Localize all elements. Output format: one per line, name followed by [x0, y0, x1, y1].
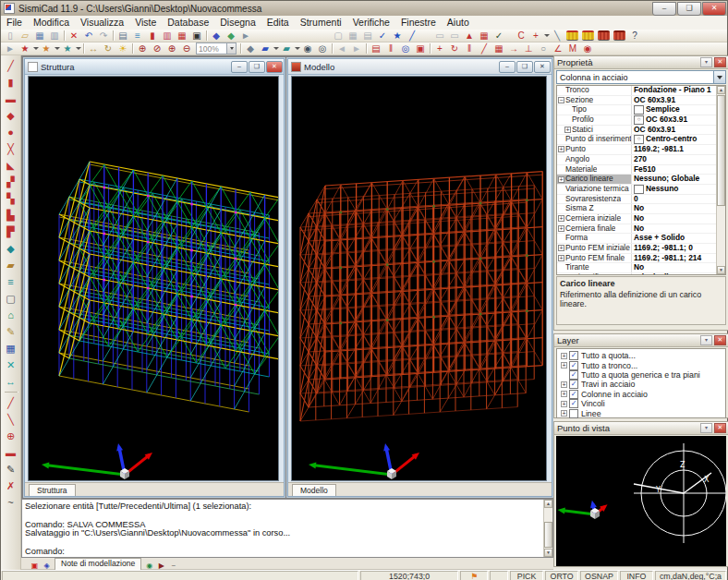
layer-checkbox[interactable]: ✓	[569, 390, 578, 399]
load-red2-icon[interactable]	[613, 30, 625, 41]
wall-tool-icon[interactable]: ▬	[3, 91, 19, 107]
frame2-grey-icon[interactable]: ▭	[447, 30, 462, 42]
bridge-icon[interactable]: M	[565, 42, 580, 54]
property-row[interactable]: TipoSemplice	[557, 105, 717, 115]
help-arrow-icon[interactable]: ?	[627, 30, 642, 42]
export-green-icon[interactable]: ◆	[224, 30, 238, 42]
layer-item[interactable]: +✓Tutto a quota...	[557, 351, 725, 360]
redo-icon[interactable]: ↷	[96, 30, 111, 42]
object-type-combo[interactable]: Colonna in acciaio	[556, 70, 726, 84]
foundation-tool-icon[interactable]: ▙	[3, 207, 19, 224]
zoom-out-icon[interactable]: ⊖	[179, 42, 194, 54]
select-window-tool-icon[interactable]: ▢	[3, 290, 19, 307]
load-dist2-icon[interactable]	[582, 30, 594, 41]
close-panel-icon[interactable]: ✕	[714, 57, 726, 67]
layer-checkbox[interactable]: ✓	[569, 361, 578, 370]
workplane-blue-icon[interactable]: ▰	[258, 42, 273, 54]
modello-title-bar[interactable]: Modello – ❑ ✕	[288, 59, 552, 75]
erase-tool-icon[interactable]: ✗	[3, 477, 19, 494]
menu-disegna[interactable]: Disegna	[214, 16, 261, 30]
open-icon[interactable]: ▱	[18, 30, 32, 42]
viewpoint-panel-header[interactable]: Punto di vista ▾ ✕	[554, 422, 728, 435]
annotate-tool-icon[interactable]: ✎	[3, 461, 19, 477]
layer-checkbox[interactable]	[569, 409, 578, 418]
menu-visualizza[interactable]: Visualizza	[75, 16, 129, 30]
align-icon[interactable]: ⊥	[521, 42, 536, 54]
text-block-icon[interactable]: ▣	[189, 30, 204, 42]
freehand-tool-icon[interactable]: ~	[3, 494, 19, 511]
status-toggle-info[interactable]: INFO	[620, 571, 653, 580]
sketch-tool-icon[interactable]: ✎	[3, 323, 19, 340]
levels-icon[interactable]: ≡	[130, 30, 145, 42]
close-panel-icon[interactable]: ✕	[714, 335, 726, 345]
menu-strumenti[interactable]: Strumenti	[295, 16, 347, 30]
delete-icon[interactable]: ✕	[67, 30, 81, 42]
layer-item[interactable]: +Linee	[557, 408, 725, 417]
undo-icon[interactable]: ↶	[81, 30, 96, 42]
modello-3d-viewport[interactable]	[291, 76, 547, 481]
detail-find-icon[interactable]: ◎	[398, 42, 413, 54]
array-icon[interactable]: ▦	[491, 42, 506, 54]
view-window-2-icon[interactable]: ▦	[346, 30, 360, 42]
measure-tool-icon[interactable]: ↔	[3, 373, 19, 390]
layer-checkbox[interactable]: ✓	[569, 380, 578, 389]
layer-item[interactable]: +✓Vincoli	[557, 399, 725, 408]
new-icon[interactable]: ▯	[3, 30, 18, 42]
tools-red-icon[interactable]: ▲	[462, 30, 477, 42]
menu-database[interactable]: Database	[162, 16, 214, 30]
check-dark-icon[interactable]: ✓	[491, 30, 506, 42]
shell-tool-icon[interactable]: ▚	[3, 190, 19, 207]
zoom-level-combo[interactable]: 100%	[196, 42, 237, 54]
polyline-tool-icon[interactable]: ╲	[3, 411, 19, 428]
stairs-tool-icon[interactable]: ≡	[3, 273, 19, 290]
layer-item[interactable]: +✓Travi in acciaio	[557, 380, 725, 389]
zoom-extents-icon[interactable]: ⊘	[150, 42, 164, 54]
orbit-icon[interactable]: ↻	[101, 42, 115, 54]
modello-close-button[interactable]: ✕	[534, 61, 551, 73]
modello-tab[interactable]: Modello	[292, 484, 336, 496]
frame-grey-icon[interactable]: ▭	[432, 30, 447, 42]
save-view-tool-icon[interactable]: ▬	[3, 444, 19, 461]
property-row[interactable]: +Cerniera inizialeNo	[557, 214, 717, 224]
expand-icon[interactable]: +	[561, 410, 567, 417]
menu-file[interactable]: File	[1, 16, 28, 30]
wood-tool-icon[interactable]: ▰	[3, 257, 19, 273]
notes-tab[interactable]: Note di modellazione	[55, 558, 141, 570]
crane-red-icon[interactable]: ▦	[477, 30, 491, 42]
move-icon[interactable]: +	[528, 30, 543, 42]
rotate-icon[interactable]: ↻	[447, 42, 462, 54]
section-red-icon[interactable]: ‖	[383, 42, 398, 54]
scale-icon[interactable]: ╱	[477, 42, 491, 54]
struttura-title-bar[interactable]: Struttura – ❑ ✕	[25, 59, 284, 75]
truss-tool-icon[interactable]: ◣	[3, 157, 19, 174]
scroll-up-icon[interactable]: ▲	[544, 500, 552, 508]
title-bar[interactable]: SismiCad 11.9 - C:\Users\Gianni\Desktop\…	[1, 1, 727, 17]
favorite-orange-icon[interactable]: ★	[39, 42, 54, 54]
cut-tool-icon[interactable]: ✕	[3, 356, 19, 373]
close-panel-icon[interactable]: ✕	[714, 423, 726, 433]
star-blue-icon[interactable]: ★	[390, 30, 405, 42]
joint-tool-icon[interactable]: ◆	[3, 240, 19, 257]
view-window-1-icon[interactable]: ▢	[331, 30, 346, 42]
layer-item[interactable]: ✓Tutto a quota generica e tra piani	[557, 370, 725, 380]
load-red-icon[interactable]	[598, 30, 610, 41]
workplane-teal-icon[interactable]: ▰	[279, 42, 294, 54]
status-toggle-osnap[interactable]: OSNAP	[580, 571, 618, 580]
close-button[interactable]: ✕	[702, 2, 726, 16]
property-row[interactable]: +Punto1169.2; -981.1	[557, 145, 717, 155]
offset-icon[interactable]: →	[506, 42, 521, 54]
mesh-tool-icon[interactable]: ▦	[3, 340, 19, 356]
property-row[interactable]: TiranteNo	[557, 263, 717, 273]
property-row[interactable]: Sovraresistenza0	[557, 195, 717, 205]
property-row[interactable]: Angolo270	[557, 155, 717, 165]
database-icon[interactable]: ▤	[115, 30, 130, 42]
expand-icon[interactable]: +	[561, 362, 567, 369]
save-icon[interactable]: ▦	[32, 30, 47, 42]
view-window-3-icon[interactable]: ▤	[360, 30, 375, 42]
modello-minimize-button[interactable]: –	[499, 61, 516, 73]
menu-finestre[interactable]: Finestre	[395, 16, 442, 30]
save-all-icon[interactable]: ▥	[47, 30, 62, 42]
shade-icon[interactable]: ◆	[243, 42, 258, 54]
pin-icon[interactable]: ▾	[700, 57, 712, 67]
minimize-button[interactable]: –	[652, 2, 676, 16]
